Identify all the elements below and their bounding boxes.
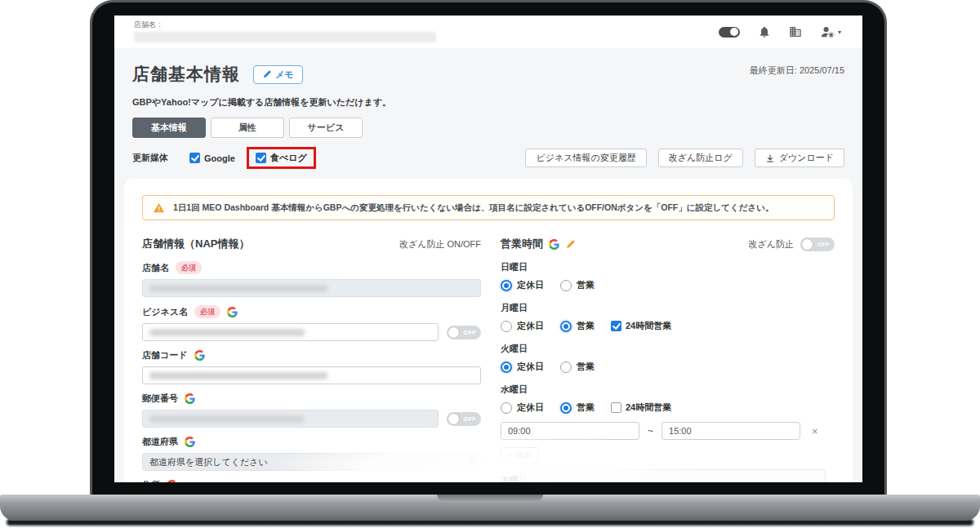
- toggle-knob: [802, 239, 813, 250]
- memo-button[interactable]: メモ: [253, 65, 303, 84]
- checkbox-checked-icon[interactable]: [189, 153, 200, 163]
- laptop-notch: [437, 495, 543, 502]
- postal-code-off-toggle[interactable]: OFF: [447, 412, 481, 426]
- tab-attributes[interactable]: 属性: [211, 118, 284, 138]
- radio-icon: [560, 402, 572, 414]
- screen: 店舗名：: [114, 16, 862, 482]
- tamper-log-button[interactable]: 改ざん防止ログ: [658, 149, 743, 167]
- radio-open[interactable]: 営業: [560, 320, 595, 332]
- toggle-off-label: OFF: [464, 416, 477, 422]
- warning-banner: 1日1回 MEO Dashboard 基本情報からGBPへの変更処理を行いたくな…: [142, 195, 835, 220]
- media-checkbox-tabelog[interactable]: 食べログ: [247, 147, 316, 169]
- store-name-redacted: [134, 32, 436, 42]
- field-address: 住所: [142, 479, 481, 482]
- day-name: 月曜日: [501, 302, 835, 314]
- radio-icon: [560, 280, 572, 291]
- time-from-input[interactable]: [501, 422, 639, 440]
- toggle-knob: [448, 414, 459, 424]
- radio-icon: [560, 321, 572, 332]
- google-icon: [549, 239, 559, 250]
- checkbox-24h[interactable]: 24時間営業: [611, 320, 671, 332]
- google-icon: [227, 307, 238, 317]
- prefecture-select[interactable]: 都道府県を選択してください ▾: [142, 453, 481, 471]
- store-code-input[interactable]: [142, 366, 481, 384]
- google-icon: [194, 350, 205, 361]
- checkbox-checked-icon[interactable]: [256, 153, 266, 163]
- google-icon: [185, 393, 195, 404]
- warning-text: 1日1回 MEO Dashboard 基本情報からGBPへの変更処理を行いたくな…: [173, 202, 774, 214]
- radio-open[interactable]: 営業: [560, 402, 595, 414]
- download-button[interactable]: ダウンロード: [755, 149, 844, 167]
- radio-icon: [501, 362, 512, 373]
- store-name-label: 店舗名：: [134, 20, 163, 30]
- warning-triangle-icon: [153, 202, 165, 214]
- media-google-label: Google: [204, 153, 235, 163]
- tamper-log-button-label: 改ざん防止ログ: [669, 152, 733, 164]
- postal-code-input[interactable]: [142, 410, 439, 428]
- store-code-field-label: 店舗コード: [142, 349, 188, 362]
- day-monday: 月曜日 定休日 営業: [501, 302, 835, 332]
- business-name-input[interactable]: [142, 323, 439, 341]
- hours-tamper-toggle[interactable]: OFF: [800, 237, 835, 251]
- checkbox-24h[interactable]: 24時間営業: [611, 402, 671, 414]
- radio-icon: [560, 362, 572, 373]
- building-icon[interactable]: [789, 25, 802, 38]
- open-label: 営業: [577, 361, 595, 373]
- radio-open[interactable]: 営業: [560, 361, 595, 373]
- tab-services[interactable]: サービス: [289, 118, 363, 138]
- user-menu[interactable]: [820, 25, 841, 38]
- bell-icon[interactable]: [758, 25, 771, 38]
- open-label: 営業: [577, 402, 595, 414]
- address-field-label: 住所: [142, 479, 160, 482]
- partially-visible-input: [520, 469, 826, 482]
- business-name-off-toggle[interactable]: OFF: [447, 326, 481, 339]
- radio-closed[interactable]: 定休日: [501, 402, 544, 414]
- topbar: 店舗名：: [114, 16, 862, 49]
- business-info-history-button[interactable]: ビジネス情報の変更履歴: [525, 149, 646, 167]
- closed-label: 定休日: [517, 361, 544, 373]
- day-wednesday: 水曜日 定休日 営業: [501, 384, 835, 464]
- field-prefecture: 都道府県 都道府県を選択してください ▾: [142, 436, 481, 471]
- radio-icon: [501, 402, 512, 414]
- field-postal-code: 郵便番号 OFF: [142, 393, 481, 428]
- media-checkbox-google[interactable]: Google: [189, 153, 235, 163]
- prefecture-placeholder: 都道府県を選択してください: [149, 456, 268, 468]
- toggle-knob: [448, 327, 459, 338]
- radio-closed[interactable]: 定休日: [501, 361, 544, 373]
- edit-pencil-icon[interactable]: [565, 239, 576, 250]
- store-name-field-label: 店舗名: [142, 262, 169, 274]
- page-title: 店舗基本情報: [132, 63, 240, 86]
- remove-time-icon[interactable]: ×: [812, 425, 818, 437]
- radio-closed[interactable]: 定休日: [501, 320, 544, 332]
- laptop-bezel: 店舗名：: [90, 0, 887, 496]
- radio-icon: [501, 280, 512, 291]
- closed-label: 定休日: [517, 402, 544, 414]
- nap-section-title: 店舗情報（NAP情報）: [142, 237, 249, 251]
- day-name: 日曜日: [501, 261, 835, 273]
- open-label: 営業: [577, 320, 595, 332]
- nap-tamper-header: 改ざん防止 ON/OFF: [399, 238, 481, 251]
- h24-label: 24時間営業: [626, 320, 671, 332]
- time-separator: ~: [648, 425, 653, 437]
- time-to-input[interactable]: [662, 422, 800, 440]
- last-updated: 最終更新日: 2025/07/15: [750, 63, 844, 77]
- laptop-base: [0, 495, 980, 521]
- add-time-button[interactable]: + 追加: [501, 447, 539, 464]
- toggle-off-label: OFF: [817, 242, 831, 247]
- history-button-label: ビジネス情報の変更履歴: [536, 152, 635, 164]
- google-icon: [185, 437, 195, 447]
- download-icon: [765, 153, 775, 163]
- radio-icon: [501, 321, 512, 332]
- radio-closed[interactable]: 定休日: [501, 279, 544, 291]
- field-store-code: 店舗コード: [142, 349, 481, 384]
- tab-basic-info[interactable]: 基本情報: [132, 118, 206, 138]
- memo-pencil-icon: [262, 69, 272, 79]
- radio-open[interactable]: 営業: [560, 279, 595, 291]
- theme-toggle[interactable]: [719, 27, 740, 38]
- field-store-name: 店舗名 必須: [142, 261, 481, 297]
- hours-section: 営業時間 改ざん防止 OFF: [501, 237, 835, 482]
- checkbox-unchecked-icon: [611, 402, 621, 413]
- field-business-name: ビジネス名 必須 OFF: [142, 305, 481, 341]
- page-description: GBPやYahoo!マップに掲載する店舗情報を更新いただけます。: [122, 86, 854, 109]
- store-name-input[interactable]: [142, 279, 481, 297]
